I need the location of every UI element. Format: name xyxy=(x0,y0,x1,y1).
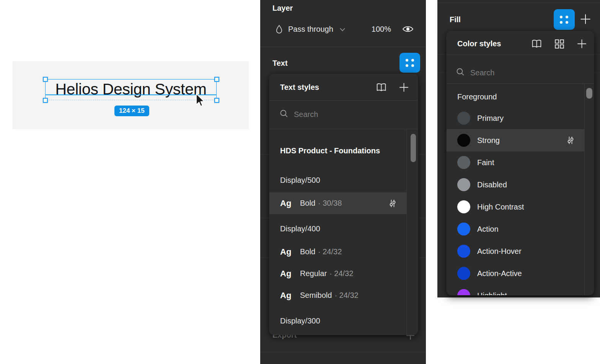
color-swatch xyxy=(457,267,470,280)
text-style-library-heading: HDS Product - Foundations xyxy=(269,140,418,162)
color-style-item[interactable]: Action-Hover xyxy=(447,240,594,262)
fill-section-title: Fill xyxy=(450,15,461,24)
color-style-item[interactable]: High Contrast xyxy=(447,196,594,218)
color-style-item[interactable]: Faint xyxy=(447,151,594,174)
color-style-label: Disabled xyxy=(477,180,507,189)
text-styles-list: HDS Product - FoundationsDisplay/500AgBo… xyxy=(269,129,418,335)
properties-panel: Layer Pass through 100% Text xyxy=(260,0,426,364)
color-style-label: Action-Active xyxy=(477,269,522,278)
color-style-item[interactable]: Action-Active xyxy=(447,262,594,284)
figma-app: Helios Design System 124 × 15 Layer Pass… xyxy=(0,0,600,364)
text-style-group-label: Display/500 xyxy=(269,171,418,189)
color-style-label: Action-Hover xyxy=(477,247,522,256)
color-swatch xyxy=(457,223,470,236)
style-weight: Bold xyxy=(300,247,315,256)
color-swatch xyxy=(457,112,470,125)
color-styles-toggle-button[interactable] xyxy=(554,9,575,30)
style-sample: Ag xyxy=(280,198,300,208)
selection-handle-bottom-left[interactable] xyxy=(43,98,48,103)
library-book-icon[interactable] xyxy=(531,39,542,49)
add-style-icon[interactable] xyxy=(399,82,409,93)
color-styles-popup: Color styles xyxy=(447,31,594,295)
color-style-item[interactable]: Disabled xyxy=(447,174,594,196)
adjust-style-icon[interactable] xyxy=(388,199,397,208)
color-styles-search-input[interactable] xyxy=(470,65,578,81)
chevron-down-icon[interactable] xyxy=(340,28,345,31)
divider xyxy=(437,3,600,3)
color-style-label: Action xyxy=(477,225,499,234)
text-style-item[interactable]: AgBold· 24/32 xyxy=(269,241,418,263)
add-fill-icon[interactable] xyxy=(580,13,591,25)
color-style-item[interactable]: Primary xyxy=(447,107,594,129)
color-swatch xyxy=(457,200,470,213)
style-sample: Ag xyxy=(280,247,300,257)
add-style-icon[interactable] xyxy=(577,39,587,49)
text-styles-popup: Text styles xyxy=(269,74,418,335)
fill-panel: Fill Color styles xyxy=(437,0,600,297)
style-size: · 24/32 xyxy=(334,291,358,300)
size-badge: 124 × 15 xyxy=(114,106,149,116)
selection-box xyxy=(45,79,217,100)
color-styles-popup-title: Color styles xyxy=(457,39,501,49)
color-swatch xyxy=(457,134,470,147)
color-style-item[interactable]: Strong xyxy=(447,129,584,151)
style-sample: Ag xyxy=(280,269,300,279)
text-section-title: Text xyxy=(272,58,288,68)
divider xyxy=(447,55,594,55)
mouse-cursor xyxy=(196,93,206,109)
library-book-icon[interactable] xyxy=(376,83,387,92)
divider xyxy=(269,100,418,101)
text-style-item[interactable]: AgSemibold· 24/32 xyxy=(269,284,418,306)
color-styles-list: ForegroundPrimaryStrongFaintDisabledHigh… xyxy=(447,83,594,295)
color-style-item[interactable]: Action xyxy=(447,218,594,240)
color-swatch xyxy=(457,289,470,295)
opacity-value[interactable]: 100% xyxy=(364,24,391,34)
color-style-label: Primary xyxy=(477,114,504,123)
style-size: · 24/32 xyxy=(318,247,342,256)
text-style-item[interactable]: AgRegular· 24/32 xyxy=(269,263,418,284)
color-style-label: Strong xyxy=(477,136,500,145)
scrollbar-thumb[interactable] xyxy=(411,134,416,162)
style-weight: Bold xyxy=(300,199,315,208)
text-styles-search-input[interactable] xyxy=(293,106,402,122)
layer-section-title: Layer xyxy=(272,3,293,13)
grid-view-icon[interactable] xyxy=(554,39,564,49)
text-style-group-label: Display/300 xyxy=(269,312,418,330)
search-icon xyxy=(280,109,289,118)
divider xyxy=(260,352,426,352)
text-styles-popup-title: Text styles xyxy=(280,82,319,92)
color-style-label: Highlight xyxy=(477,291,507,296)
style-size: · 24/32 xyxy=(329,269,353,278)
selection-handle-top-left[interactable] xyxy=(43,77,48,82)
color-style-label: Faint xyxy=(477,158,494,167)
style-sample: Ag xyxy=(280,291,300,301)
scrollbar-thumb[interactable] xyxy=(586,88,592,99)
color-swatch xyxy=(457,156,470,169)
color-style-item[interactable]: Highlight xyxy=(447,284,594,295)
eye-icon[interactable] xyxy=(402,24,414,34)
text-style-group-label: Display/400 xyxy=(269,219,418,238)
text-styles-toggle-button[interactable] xyxy=(399,53,420,73)
color-swatch xyxy=(457,245,470,258)
search-icon xyxy=(456,68,465,76)
selection-handle-top-right[interactable] xyxy=(214,77,219,82)
style-size: · 30/38 xyxy=(318,199,342,208)
text-style-item[interactable]: AgBold· 30/38 xyxy=(269,192,406,214)
color-style-label: High Contrast xyxy=(477,203,524,211)
color-group-heading: Foreground xyxy=(447,86,594,107)
blend-mode-icon xyxy=(275,24,284,34)
adjust-style-icon[interactable] xyxy=(566,136,575,145)
selection-handle-bottom-right[interactable] xyxy=(214,98,219,103)
style-weight: Regular xyxy=(300,269,327,278)
style-weight: Semibold xyxy=(300,291,332,300)
divider xyxy=(260,47,426,47)
blend-mode-select[interactable]: Pass through xyxy=(288,24,333,34)
color-swatch xyxy=(457,178,470,191)
